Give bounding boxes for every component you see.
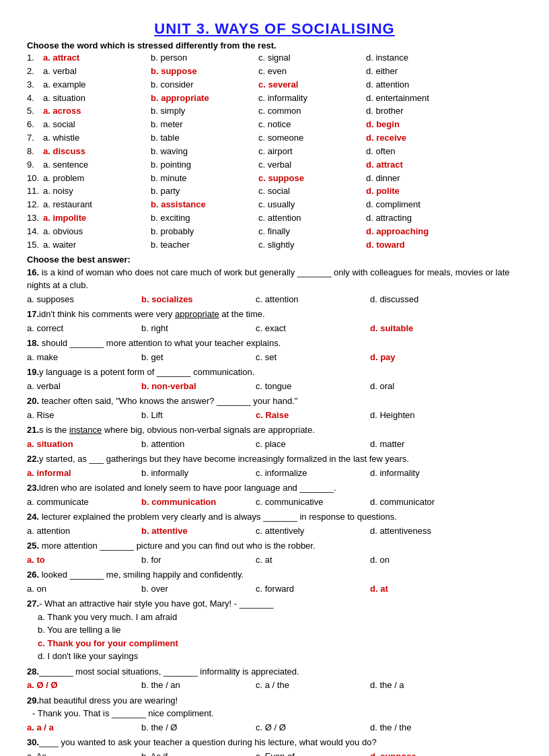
option-b: b. over (141, 582, 256, 596)
option-d: d. informality (370, 467, 484, 480)
long-question: 30.____ you wanted to ask your teacher a… (27, 736, 522, 756)
option-d: d. Heighten (370, 409, 484, 422)
question-number: 15. (27, 239, 43, 252)
options-row: a. situationb. attentionc. placed. matte… (27, 438, 522, 451)
options-row: a. communicateb. communicationc. communi… (27, 495, 522, 509)
question-row: 3.a. exampleb. considerc. severald. atte… (27, 79, 522, 92)
option-b: b. party (151, 185, 258, 198)
option-c: c. Thank you for your compliment (27, 637, 522, 650)
option-d: d. suppose (370, 750, 484, 756)
option-c: c. tongue (256, 380, 370, 393)
question-row: 5.a. acrossb. simplyc. commond. brother (27, 105, 522, 118)
options-row: a. exampleb. considerc. severald. attent… (43, 79, 522, 92)
option-c: c. usually (258, 199, 366, 211)
question-row: 8.a. discussb. wavingc. airportd. often (27, 145, 522, 158)
long-question: 20. teacher often said, "Who knows the a… (27, 394, 522, 421)
question-text: 21.s is the instance where big, obvious … (27, 423, 522, 437)
option-a: a. a / a (27, 721, 141, 734)
option-d: d. attentiveness (370, 524, 484, 538)
long-question: 19.y language is a potent form of ______… (27, 366, 522, 392)
options-row: a. Riseb. Liftc. Raised. Heighten (27, 409, 522, 422)
option-d: d. communicator (370, 495, 484, 509)
question-text: 30.____ you wanted to ask your teacher a… (27, 736, 522, 749)
option-d: d. the / the (370, 721, 484, 734)
question-number: 2. (27, 65, 43, 78)
option-b: b. the / an (141, 679, 256, 692)
long-question: 27.- What an attractive hair style you h… (27, 597, 522, 663)
question-row: 12.a. restaurantb. assistancec. usuallyd… (27, 199, 522, 211)
option-b: b. get (141, 351, 256, 364)
question-row: 4.a. situationb. appropriatec. informali… (27, 92, 522, 105)
option-a: a. verbal (43, 65, 151, 78)
options-row: a. problemb. minutec. supposed. dinner (43, 172, 522, 185)
option-d: d. suitable (370, 322, 484, 335)
option-c: c. at (256, 553, 370, 567)
option-c: c. place (256, 438, 370, 451)
option-d: d. attract (366, 159, 474, 172)
option-b: b. person (151, 52, 258, 65)
options-row: a. acrossb. simplyc. commond. brother (43, 105, 522, 118)
option-d: d. toward (366, 239, 474, 252)
option-a: a. problem (43, 172, 151, 185)
question-number: 10. (27, 172, 43, 185)
question-text: 27.- What an attractive hair style you h… (27, 597, 522, 611)
option-a: a. informal (27, 467, 141, 480)
options-row: a. verbalb. non-verbalc. tongued. oral (27, 380, 522, 393)
word-stress-section: 1.a. attractb. personc. signald. instanc… (27, 52, 522, 252)
option-a: a. example (43, 79, 151, 92)
long-question: 16. is a kind of woman who does not care… (27, 266, 522, 306)
question-row: 15.a. waiterb. teacherc. slightlyd. towa… (27, 239, 522, 252)
question-text: 18. should _______ more attention to wha… (27, 337, 522, 350)
option-d: d. often (366, 145, 474, 158)
option-a: a. waiter (43, 239, 151, 252)
option-a: a. impolite (43, 212, 151, 225)
option-a: a. attention (27, 524, 141, 538)
option-a: a. sentence (43, 159, 151, 172)
question-row: 1.a. attractb. personc. signald. instanc… (27, 52, 522, 65)
option-b: b. informally (141, 467, 256, 480)
options-row: a. sentenceb. pointingc. verbald. attrac… (43, 159, 522, 172)
options-row: a. onb. overc. forwardd. at (27, 582, 522, 596)
question-number: 5. (27, 105, 43, 118)
option-c: c. common (258, 105, 366, 118)
option-b: b. right (141, 322, 256, 335)
question-number: 11. (27, 185, 43, 198)
option-c: c. several (258, 79, 366, 92)
options-row: a. supposesb. socializesc. attentiond. d… (27, 293, 522, 306)
question-number: 3. (27, 79, 43, 92)
question-text: 20. teacher often said, "Who knows the a… (27, 394, 522, 408)
options-row: a. impoliteb. excitingc. attentiond. att… (43, 212, 522, 225)
question-number: 12. (27, 199, 43, 211)
options-row: a. attentionb. attentivec. attentivelyd.… (27, 524, 522, 538)
question-text: 22.y started, as ___ gatherings but they… (27, 452, 522, 466)
option-b: b. Lift (141, 409, 256, 422)
option-b: b. table (151, 132, 258, 145)
option-c: c. finally (258, 226, 366, 238)
option-c: c. verbal (258, 159, 366, 172)
question-number: 13. (27, 212, 43, 225)
option-b: b. socializes (141, 293, 256, 306)
question-text: 16. is a kind of woman who does not care… (27, 266, 522, 292)
option-b: b. exciting (151, 212, 258, 225)
options-row: a. whistleb. tablec. someoned. receive (43, 132, 522, 145)
long-question: 28._______ most social situations, _____… (27, 665, 522, 692)
option-a: a. Ø / Ø (27, 679, 141, 692)
option-b: b. As if (141, 750, 256, 756)
option-b: b. suppose (151, 65, 258, 78)
long-question: 21.s is the instance where big, obvious … (27, 423, 522, 450)
option-c: c. even (258, 65, 366, 78)
option-b: b. meter (151, 118, 258, 131)
page-title: UNIT 3. WAYS OF SOCIALISING (27, 20, 522, 38)
option-a: a. to (27, 553, 141, 567)
question-text: 25. more attention _______ picture and y… (27, 539, 522, 553)
option-a: a. discuss (43, 145, 151, 158)
option-c: c. informality (258, 92, 366, 105)
option-b: b. assistance (151, 199, 258, 211)
option-d: d. dinner (366, 172, 474, 185)
question-row: 6.a. socialb. meterc. noticed. begin (27, 118, 522, 131)
options-row: a. restaurantb. assistancec. usuallyd. c… (43, 199, 522, 211)
option-d: d. discussed (370, 293, 484, 306)
instruction1: Choose the word which is stressed differ… (27, 40, 522, 50)
long-question: 17.idn't think his comments were very ap… (27, 308, 522, 335)
question-row: 9.a. sentenceb. pointingc. verbald. attr… (27, 159, 522, 172)
